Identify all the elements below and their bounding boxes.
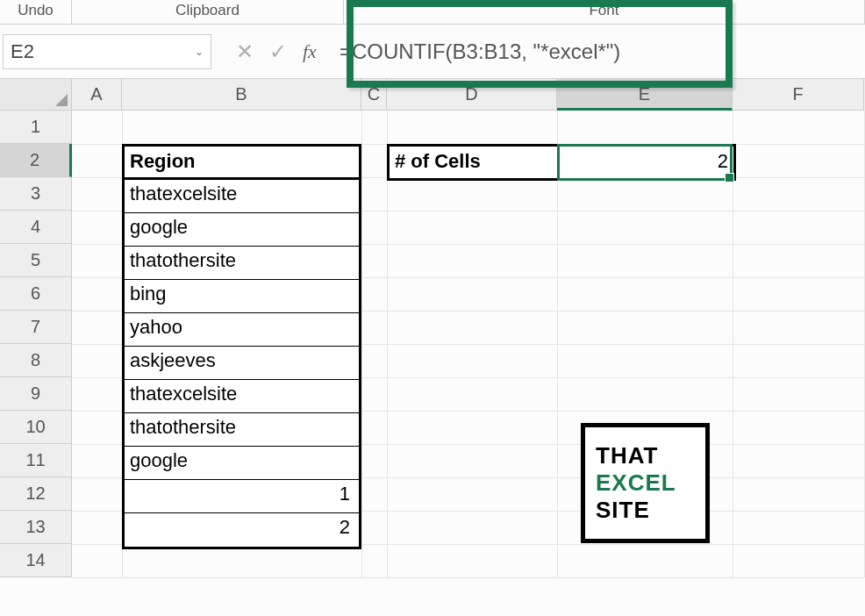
row-header-2[interactable]: 2 [0,144,72,177]
row-header-9[interactable]: 9 [0,377,72,411]
formula-input[interactable]: =COUNTIF(B3:B13, "*excel*") [332,39,865,64]
row-header-13[interactable]: 13 [0,511,72,544]
table-row[interactable]: bing [125,280,359,313]
col-header-B[interactable]: B [122,79,361,111]
logo-text-3: SITE [596,497,695,524]
fx-icon[interactable]: fx [303,40,317,63]
data-table-region[interactable]: Region thatexcelsitegooglethatothersiteb… [122,144,361,549]
table-row[interactable]: 1 [125,480,359,513]
row-header-14[interactable]: 14 [0,544,72,577]
row-header-11[interactable]: 11 [0,444,72,477]
row-header-4[interactable]: 4 [0,211,72,244]
table-row[interactable]: thatothersite [125,247,359,280]
watermark-logo: THAT EXCEL SITE [581,423,710,543]
result-label[interactable]: # of Cells [390,147,560,178]
result-value[interactable]: 2 [560,147,733,178]
name-box-dropdown-icon[interactable]: ⌄ [195,46,211,58]
table-row[interactable]: 2 [125,513,359,547]
name-box-value: E2 [11,40,34,63]
formula-bar: E2 ⌄ ✕ ✓ fx =COUNTIF(B3:B13, "*excel*") [0,25,865,79]
ribbon-font-group[interactable]: Font [344,0,865,24]
enter-icon[interactable]: ✓ [269,39,287,64]
col-header-C[interactable]: C [361,79,387,111]
table-row[interactable]: askjeeves [125,347,359,380]
ribbon-undo-group[interactable]: Undo [0,0,72,24]
col-header-A[interactable]: A [72,79,122,111]
table-header-region[interactable]: Region [125,147,359,180]
table-row[interactable]: thatothersite [125,413,359,447]
row-header-10[interactable]: 10 [0,411,72,444]
row-header-12[interactable]: 12 [0,477,72,511]
table-row[interactable]: yahoo [125,313,359,347]
formula-bar-icons: ✕ ✓ fx [236,39,317,64]
select-all-corner[interactable] [0,79,72,111]
row-header-7[interactable]: 7 [0,311,72,344]
col-header-D[interactable]: D [387,79,557,111]
row-header-5[interactable]: 5 [0,244,72,277]
spreadsheet-grid[interactable]: A B C D E F 1234567891011121314 Region t… [0,79,865,577]
result-box[interactable]: # of Cells 2 [387,144,736,181]
col-header-F[interactable]: F [733,79,864,111]
logo-text-1: THAT [596,442,695,469]
table-row[interactable]: thatexcelsite [125,380,359,413]
row-header-3[interactable]: 3 [0,177,72,211]
column-headers: A B C D E F [0,79,865,111]
cancel-icon[interactable]: ✕ [236,39,254,64]
name-box[interactable]: E2 ⌄ [3,34,211,69]
col-header-E[interactable]: E [557,79,733,111]
row-header-8[interactable]: 8 [0,344,72,377]
table-row[interactable]: google [125,213,359,247]
ribbon-tabs: Undo Clipboard Font [0,0,865,25]
table-row[interactable]: google [125,447,359,480]
row-header-6[interactable]: 6 [0,277,72,311]
ribbon-clipboard-group[interactable]: Clipboard [72,0,344,24]
logo-text-2: EXCEL [596,469,695,497]
row-header-1[interactable]: 1 [0,111,72,144]
table-row[interactable]: thatexcelsite [125,180,359,213]
